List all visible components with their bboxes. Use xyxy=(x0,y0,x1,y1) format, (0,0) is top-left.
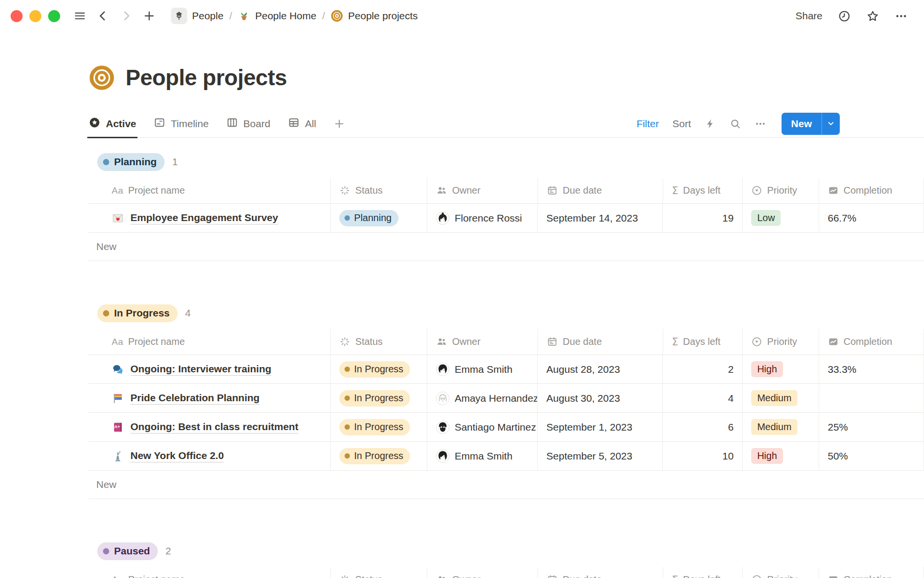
column-header-owner[interactable]: Owner xyxy=(427,178,538,203)
status-cell[interactable]: Planning xyxy=(331,204,427,232)
column-header-status[interactable]: Status xyxy=(331,329,427,355)
close-window-button[interactable] xyxy=(11,10,23,22)
group-status-pill[interactable]: In Progress xyxy=(97,304,178,322)
days-left-cell[interactable]: 2 xyxy=(663,355,743,383)
column-header-priority[interactable]: Priority xyxy=(743,178,819,203)
project-name-link[interactable]: New York Office 2.0 xyxy=(130,450,224,462)
sidebar-toggle-icon[interactable] xyxy=(72,8,88,24)
automation-bolt-icon[interactable] xyxy=(705,118,716,130)
due-date-cell[interactable]: September 5, 2023 xyxy=(538,442,662,470)
new-dropdown-chevron-icon[interactable] xyxy=(821,113,840,135)
new-button-label[interactable]: New xyxy=(782,113,821,135)
project-name-cell[interactable]: Employee Engagement Survey xyxy=(89,204,331,232)
column-header-days[interactable]: Σ Days left xyxy=(663,178,743,203)
column-header-name[interactable]: Aa Project name xyxy=(89,567,331,578)
completion-cell[interactable]: 25% xyxy=(819,413,924,441)
tab-timeline[interactable]: Timeline xyxy=(154,110,209,137)
days-left-cell[interactable]: 6 xyxy=(663,413,743,441)
completion-cell[interactable]: 66.7% xyxy=(819,204,924,232)
new-row-button[interactable]: New xyxy=(89,233,924,261)
due-date-cell[interactable]: August 30, 2023 xyxy=(538,384,662,412)
filter-button[interactable]: Filter xyxy=(637,118,659,130)
sort-button[interactable]: Sort xyxy=(672,118,691,130)
group-status-pill[interactable]: Paused xyxy=(97,542,158,560)
breadcrumb-item[interactable]: People projects xyxy=(327,8,422,24)
status-dot xyxy=(345,453,350,459)
project-name-cell[interactable]: New York Office 2.0 xyxy=(89,442,331,470)
priority-cell[interactable]: Medium xyxy=(743,413,819,441)
add-view-icon[interactable] xyxy=(334,118,345,130)
project-name-cell[interactable]: Ongoing: Interviewer training xyxy=(89,355,331,383)
group-status-pill[interactable]: Planning xyxy=(97,153,165,171)
view-more-icon[interactable] xyxy=(755,118,766,130)
status-cell[interactable]: In Progress xyxy=(331,442,427,470)
project-name-link[interactable]: Ongoing: Best in class recruitment xyxy=(130,421,298,434)
forward-icon[interactable] xyxy=(118,8,134,24)
favorite-star-icon[interactable] xyxy=(866,10,879,23)
share-button[interactable]: Share xyxy=(796,10,822,22)
completion-value: 25% xyxy=(828,421,848,433)
minimize-window-button[interactable] xyxy=(29,10,41,22)
column-header-due[interactable]: Due date xyxy=(538,178,663,203)
column-header-name[interactable]: Aa Project name xyxy=(89,178,331,203)
page-target-icon[interactable] xyxy=(89,65,115,91)
page-title[interactable]: People projects xyxy=(126,65,287,91)
column-header-days[interactable]: Σ Days left xyxy=(663,329,743,355)
days-left-cell[interactable]: 10 xyxy=(663,442,743,470)
tab-active[interactable]: Active xyxy=(89,110,136,137)
column-header-status[interactable]: Status xyxy=(331,567,427,578)
status-cell[interactable]: In Progress xyxy=(331,355,427,383)
updates-clock-icon[interactable] xyxy=(838,10,851,23)
search-icon[interactable] xyxy=(730,118,741,130)
days-left-cell[interactable]: 19 xyxy=(663,204,743,232)
owner-cell[interactable]: Emma Smith xyxy=(427,442,538,470)
breadcrumb-item[interactable]: People Home xyxy=(234,8,320,24)
column-header-completion[interactable]: Completion xyxy=(819,567,924,578)
column-header-owner[interactable]: Owner xyxy=(427,329,538,355)
tab-board[interactable]: Board xyxy=(226,110,270,137)
due-date-cell[interactable]: September 1, 2023 xyxy=(538,413,662,441)
project-name-cell[interactable]: Pride Celebration Planning xyxy=(89,384,331,412)
priority-cell[interactable]: Low xyxy=(743,204,819,232)
project-name-cell[interactable]: A+ Ongoing: Best in class recruitment xyxy=(89,413,331,441)
project-name-link[interactable]: Employee Engagement Survey xyxy=(130,212,278,224)
project-name-link[interactable]: Ongoing: Interviewer training xyxy=(130,363,271,376)
days-left-cell[interactable]: 4 xyxy=(663,384,743,412)
status-cell[interactable]: In Progress xyxy=(331,384,427,412)
column-header-priority[interactable]: Priority xyxy=(743,329,819,355)
new-row-button[interactable]: New xyxy=(89,471,924,499)
owner-cell[interactable]: Florence Rossi xyxy=(427,204,538,232)
column-header-completion[interactable]: Completion xyxy=(819,329,924,355)
column-header-priority[interactable]: Priority xyxy=(743,567,819,578)
new-tab-icon[interactable] xyxy=(141,8,157,24)
tab-all[interactable]: All xyxy=(288,110,316,137)
breadcrumb-item[interactable]: People xyxy=(167,6,227,26)
column-header-status[interactable]: Status xyxy=(331,178,427,203)
back-icon[interactable] xyxy=(95,8,111,24)
more-options-icon[interactable] xyxy=(895,10,908,23)
owner-cell[interactable]: Emma Smith xyxy=(427,355,538,383)
column-header-name[interactable]: Aa Project name xyxy=(89,329,331,355)
column-header-due[interactable]: Due date xyxy=(538,329,663,355)
board-icon xyxy=(226,117,238,131)
table-row: New York Office 2.0 In Progress Emma Smi… xyxy=(89,442,924,471)
owner-cell[interactable]: Amaya Hernandez xyxy=(427,384,538,412)
due-date-cell[interactable]: September 14, 2023 xyxy=(538,204,662,232)
chart-icon xyxy=(828,185,839,196)
zoom-window-button[interactable] xyxy=(48,10,60,22)
completion-cell[interactable]: 33.3% xyxy=(819,355,924,383)
priority-cell[interactable]: High xyxy=(743,355,819,383)
due-date-value: September 1, 2023 xyxy=(546,421,632,433)
completion-cell[interactable]: 50% xyxy=(819,442,924,470)
column-header-days[interactable]: Σ Days left xyxy=(663,567,743,578)
project-name-link[interactable]: Pride Celebration Planning xyxy=(130,392,259,405)
due-date-cell[interactable]: August 28, 2023 xyxy=(538,355,662,383)
column-header-due[interactable]: Due date xyxy=(538,567,663,578)
column-header-completion[interactable]: Completion xyxy=(819,178,924,203)
column-header-owner[interactable]: Owner xyxy=(427,567,538,578)
status-cell[interactable]: In Progress xyxy=(331,413,427,441)
priority-cell[interactable]: High xyxy=(743,442,819,470)
priority-cell[interactable]: Medium xyxy=(743,384,819,412)
owner-cell[interactable]: Santiago Martinez xyxy=(427,413,538,441)
completion-cell[interactable] xyxy=(819,384,924,412)
